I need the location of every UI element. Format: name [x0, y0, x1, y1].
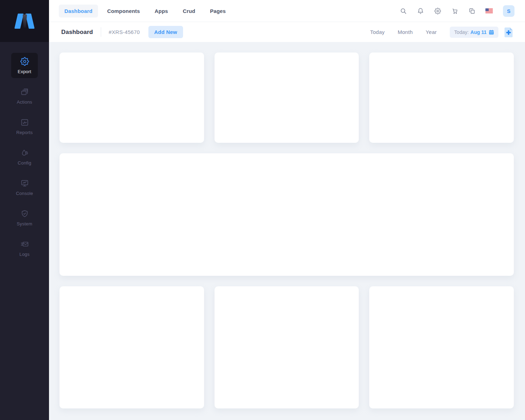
detail-card-2 [215, 286, 359, 408]
stat-card-3 [369, 52, 514, 143]
sidebar-item-console[interactable]: Console [11, 175, 38, 200]
stat-card-2 [215, 52, 359, 143]
tab-components[interactable]: Components [102, 5, 146, 18]
header-actions: S [400, 5, 514, 17]
top-navbar: Dashboard Components Apps Crud Pages [49, 0, 525, 22]
sidebar-nav: Export Actions Reports Config [0, 42, 49, 266]
bell-icon[interactable] [417, 7, 424, 14]
add-new-button[interactable]: Add New [148, 26, 183, 38]
shield-icon [20, 209, 29, 218]
page-title: Dashboard [61, 29, 93, 36]
sidebar-item-label: Logs [20, 252, 30, 257]
copy-icon[interactable] [468, 7, 475, 14]
sidebar-item-config[interactable]: Config [11, 144, 38, 169]
reference-code: #XRS-45670 [109, 29, 140, 35]
tab-dashboard[interactable]: Dashboard [59, 5, 98, 18]
app-logo[interactable] [0, 0, 49, 42]
send-icon [20, 240, 29, 248]
sidebar: Export Actions Reports Config [0, 0, 49, 420]
new-file-plus-icon [504, 27, 513, 37]
main-panel-card [59, 153, 514, 276]
avatar[interactable]: S [503, 5, 514, 17]
sidebar-item-reports[interactable]: Reports [11, 114, 38, 139]
date-label: Today: [454, 29, 469, 35]
sidebar-item-system[interactable]: System [11, 205, 38, 230]
range-year-link[interactable]: Year [426, 29, 437, 35]
sidebar-item-actions[interactable]: Actions [11, 83, 38, 108]
toolbar-controls: Today Month Year Today: Aug 11 [370, 27, 514, 38]
gear-icon[interactable] [434, 7, 441, 14]
sidebar-item-label: Config [18, 160, 31, 166]
range-month-link[interactable]: Month [398, 29, 413, 35]
main-area: Dashboard Components Apps Crud Pages [49, 0, 525, 420]
divider [101, 27, 101, 37]
layers-icon [20, 88, 29, 96]
page-toolbar: Dashboard #XRS-45670 Add New Today Month… [49, 22, 525, 42]
sidebar-item-label: Console [16, 191, 33, 196]
sidebar-item-label: System [17, 221, 33, 226]
us-flag-icon[interactable] [485, 8, 493, 13]
tab-apps[interactable]: Apps [149, 5, 174, 18]
sidebar-item-label: Reports [16, 130, 33, 135]
card-row-top [59, 52, 514, 143]
gear-icon [20, 57, 29, 66]
tab-pages[interactable]: Pages [204, 5, 231, 18]
dashboard-content [49, 42, 525, 420]
cart-icon[interactable] [451, 7, 458, 14]
range-today-link[interactable]: Today [370, 29, 385, 35]
drops-icon [20, 148, 29, 157]
card-row-bottom [59, 286, 514, 408]
new-file-button[interactable] [503, 27, 514, 37]
date-picker[interactable]: Today: Aug 11 [450, 27, 498, 38]
sidebar-item-label: Export [18, 69, 31, 74]
monitor-icon [20, 179, 29, 188]
detail-card-1 [59, 286, 204, 408]
sidebar-item-label: Actions [17, 99, 32, 105]
detail-card-3 [369, 286, 514, 408]
sidebar-item-logs[interactable]: Logs [11, 236, 38, 261]
stat-card-1 [59, 52, 204, 143]
sidebar-item-export[interactable]: Export [11, 53, 38, 78]
calendar-icon [489, 30, 494, 35]
date-value: Aug 11 [470, 29, 486, 35]
search-icon[interactable] [400, 7, 407, 14]
report-icon [20, 118, 29, 127]
tab-crud[interactable]: Crud [177, 5, 201, 18]
logo-mark-icon [13, 13, 36, 29]
nav-tabs: Dashboard Components Apps Crud Pages [59, 5, 231, 18]
